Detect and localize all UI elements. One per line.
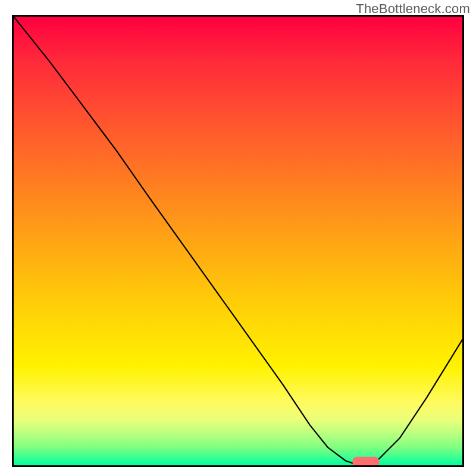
bottleneck-curve xyxy=(14,17,462,465)
optimal-marker xyxy=(352,457,379,465)
chart-stage: TheBottleneck.com xyxy=(0,0,476,476)
plot-frame xyxy=(12,15,464,467)
chart-overlay xyxy=(14,17,462,465)
